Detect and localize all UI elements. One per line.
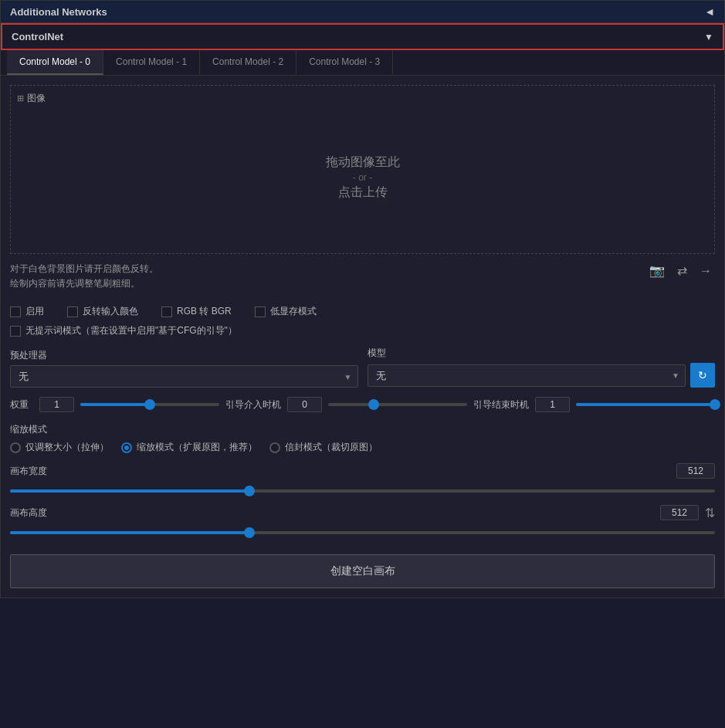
refresh-model-button[interactable]: ↻: [690, 363, 715, 388]
header-collapse-icon[interactable]: ◄: [704, 5, 715, 18]
guidance-start-label: 引导介入时机: [225, 398, 281, 411]
model-label: 模型: [368, 347, 716, 360]
canvas-width-slider[interactable]: [10, 483, 715, 499]
tab-control-model-3[interactable]: Control Model - 3: [296, 50, 393, 75]
guidance-start-slider-track: [328, 403, 467, 406]
preprocessor-select[interactable]: 无: [10, 365, 358, 388]
canvas-width-row: 画布宽度 512: [10, 463, 715, 479]
main-container: Additional Networks ◄ ControlNet ▼ Contr…: [0, 0, 725, 598]
weight-slider-thumb[interactable]: [144, 399, 155, 410]
radio-scale-label: 缩放模式（扩展原图，推荐）: [137, 441, 257, 454]
weight-slider-fill: [80, 403, 150, 406]
image-upload-section[interactable]: ⊞ 图像 拖动图像至此 - or - 点击上传: [10, 85, 715, 254]
canvas-width-slider-thumb[interactable]: [244, 486, 255, 496]
image-label: 图像: [27, 92, 46, 105]
canvas-height-row: 画布高度 512 ⇅: [10, 505, 715, 520]
hint-text: 对于白色背景图片请开启颜色反转。 绘制内容前请先调整笔刷粗细。: [10, 262, 158, 291]
tab-control-model-2[interactable]: Control Model - 2: [200, 50, 296, 75]
no-prompt-row[interactable]: 无提示词模式（需在设置中启用"基于CFG的引导"）: [10, 324, 715, 337]
canvas-height-label: 画布高度: [10, 506, 654, 520]
icons-row: 📷 ⇄ →: [646, 262, 715, 279]
invert-input-checkbox-box: [67, 306, 78, 317]
upload-or-text: - or -: [353, 172, 372, 183]
radio-envelope-circle: [269, 442, 280, 453]
create-canvas-button[interactable]: 创建空白画布: [10, 554, 715, 588]
image-label-row: ⊞ 图像: [17, 92, 708, 105]
model-select[interactable]: 无: [368, 364, 686, 387]
guidance-start-slider[interactable]: [328, 397, 467, 412]
upload-main-text: 拖动图像至此: [326, 154, 400, 171]
model-group: 模型 无 ↻: [368, 347, 716, 388]
tab-control-model-0[interactable]: Control Model - 0: [7, 50, 103, 75]
refresh-arrows-icon-btn[interactable]: ⇄: [674, 262, 690, 279]
guidance-end-slider-track: [576, 403, 715, 406]
radio-envelope-label: 信封模式（裁切原图）: [285, 441, 378, 454]
radio-scale[interactable]: 缩放模式（扩展原图，推荐）: [121, 441, 257, 454]
canvas-height-slider-thumb[interactable]: [244, 527, 255, 538]
no-prompt-checkbox-box: [10, 326, 21, 337]
low-vram-label: 低显存模式: [270, 305, 317, 318]
preprocessor-select-wrapper: 无: [10, 365, 358, 388]
tab-control-model-1[interactable]: Control Model - 1: [103, 50, 200, 75]
weight-slider[interactable]: [80, 397, 219, 412]
canvas-height-slider-track: [10, 531, 715, 534]
upload-click-text: 点击上传: [338, 185, 388, 201]
resize-mode-section: 缩放模式 仅调整大小（拉伸） 缩放模式（扩展原图，推荐） 信封模式（裁切原图）: [10, 423, 715, 454]
guidance-start-slider-thumb[interactable]: [368, 399, 379, 410]
no-prompt-label: 无提示词模式（需在设置中启用"基于CFG的引导"）: [25, 324, 237, 337]
low-vram-checkbox[interactable]: 低显存模式: [255, 305, 317, 318]
guidance-end-slider-thumb[interactable]: [710, 399, 720, 410]
preprocessor-group: 预处理器 无: [10, 349, 358, 388]
camera-icon-btn[interactable]: 📷: [646, 262, 668, 279]
canvas-height-slider[interactable]: [10, 525, 715, 540]
radio-stretch-circle: [10, 442, 21, 453]
canvas-width-slider-track: [10, 489, 715, 493]
preprocessor-label: 预处理器: [10, 349, 358, 362]
upload-zone[interactable]: 拖动图像至此 - or - 点击上传: [17, 108, 708, 247]
guidance-end-label: 引导结束时机: [473, 398, 529, 411]
weight-slider-track: [80, 403, 219, 406]
guidance-start-value: 0: [287, 397, 322, 412]
enable-label: 启用: [25, 305, 44, 318]
header-bar: Additional Networks ◄: [1, 1, 724, 23]
canvas-width-slider-fill: [10, 489, 249, 493]
enable-checkbox-box: [10, 306, 21, 317]
invert-input-checkbox[interactable]: 反转输入颜色: [67, 305, 138, 318]
guidance-end-value: 1: [535, 397, 570, 412]
radio-envelope[interactable]: 信封模式（裁切原图）: [269, 441, 378, 454]
rgb-bgr-label: RGB 转 BGR: [177, 305, 232, 318]
radio-stretch[interactable]: 仅调整大小（拉伸）: [10, 441, 109, 454]
weight-value: 1: [39, 397, 74, 412]
selects-row: 预处理器 无 模型 无 ↻: [10, 347, 715, 388]
rgb-bgr-checkbox[interactable]: RGB 转 BGR: [161, 305, 232, 318]
canvas-size-section: 画布宽度 512 画布高度 512 ⇅: [10, 463, 715, 540]
canvas-height-slider-row: [10, 525, 715, 540]
image-icon: ⊞: [17, 93, 24, 103]
radio-scale-circle: [121, 442, 132, 453]
canvas-width-value: 512: [676, 463, 715, 479]
radio-options: 仅调整大小（拉伸） 缩放模式（扩展原图，推荐） 信封模式（裁切原图）: [10, 441, 715, 454]
controlnet-bar[interactable]: ControlNet ▼: [1, 23, 724, 50]
low-vram-checkbox-box: [255, 306, 266, 317]
canvas-width-slider-row: [10, 483, 715, 499]
canvas-height-slider-fill: [10, 531, 249, 534]
link-dimensions-icon[interactable]: ⇅: [705, 506, 715, 520]
invert-input-label: 反转输入颜色: [83, 305, 138, 318]
controlnet-dropdown-icon[interactable]: ▼: [704, 32, 713, 42]
controlnet-label: ControlNet: [12, 31, 63, 42]
radio-stretch-label: 仅调整大小（拉伸）: [25, 441, 109, 454]
header-title: Additional Networks: [10, 6, 107, 18]
tabs-bar: Control Model - 0 Control Model - 1 Cont…: [1, 50, 724, 76]
weight-label: 权重: [10, 398, 33, 411]
arrow-right-icon-btn[interactable]: →: [696, 262, 715, 279]
enable-checkbox[interactable]: 启用: [10, 305, 44, 318]
resize-mode-label: 缩放模式: [10, 423, 715, 436]
canvas-height-value: 512: [660, 505, 699, 520]
rgb-bgr-checkbox-box: [161, 306, 172, 317]
guidance-end-slider-fill: [576, 403, 715, 406]
checkboxes-row-1: 启用 反转输入颜色 RGB 转 BGR 低显存模式: [10, 305, 715, 318]
guidance-end-slider[interactable]: [576, 397, 715, 412]
three-sliders-row: 权重 1 引导介入时机 0 引导结束时机 1: [10, 397, 715, 412]
canvas-width-label: 画布宽度: [10, 465, 670, 478]
content-area: ⊞ 图像 拖动图像至此 - or - 点击上传 对于白色背景图片请开启颜色反转。…: [1, 76, 724, 598]
